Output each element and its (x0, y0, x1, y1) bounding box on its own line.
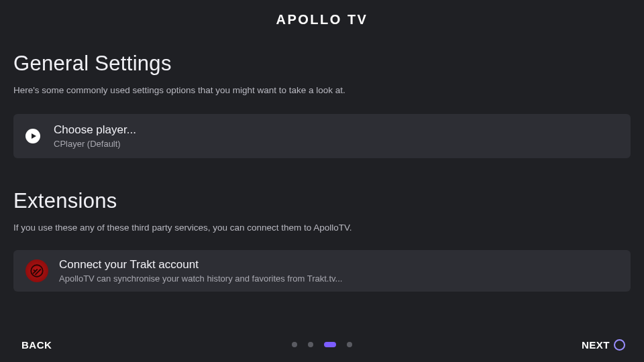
settings-content: General Settings Here's some commonly us… (0, 32, 644, 362)
connect-trakt-subtitle: ApolloTV can synchronise your watch hist… (59, 274, 342, 284)
next-label: NEXT (582, 339, 610, 351)
page-indicator (292, 342, 352, 347)
back-button[interactable]: BACK (21, 339, 52, 351)
choose-player-row[interactable]: Choose player... CPlayer (Default) (13, 114, 631, 158)
app-header: APOLLO TV (0, 0, 644, 32)
trakt-icon (25, 259, 48, 282)
general-settings-desc: Here's some commonly used settings optio… (13, 85, 631, 95)
svg-point-0 (31, 265, 43, 277)
footer-bar: BACK NEXT (0, 331, 644, 362)
play-icon (25, 129, 40, 143)
app-logo: APOLLO TV (276, 12, 368, 27)
choose-player-title: Choose player... (54, 123, 136, 137)
connect-trakt-row[interactable]: Connect your Trakt account ApolloTV can … (13, 250, 631, 292)
page-dot-1 (308, 342, 313, 347)
choose-player-text: Choose player... CPlayer (Default) (54, 123, 136, 149)
focus-ring-icon (614, 339, 625, 351)
extensions-desc: If you use these any of these third part… (13, 223, 631, 233)
page-dot-3 (347, 342, 352, 347)
back-label: BACK (21, 339, 52, 351)
extensions-title: Extensions (13, 189, 631, 213)
connect-trakt-text: Connect your Trakt account ApolloTV can … (59, 258, 342, 284)
connect-trakt-title: Connect your Trakt account (59, 258, 342, 272)
choose-player-subtitle: CPlayer (Default) (54, 139, 136, 149)
page-dot-2 (324, 342, 336, 347)
general-settings-title: General Settings (13, 52, 631, 76)
next-button[interactable]: NEXT (582, 339, 625, 351)
page-dot-0 (292, 342, 297, 347)
